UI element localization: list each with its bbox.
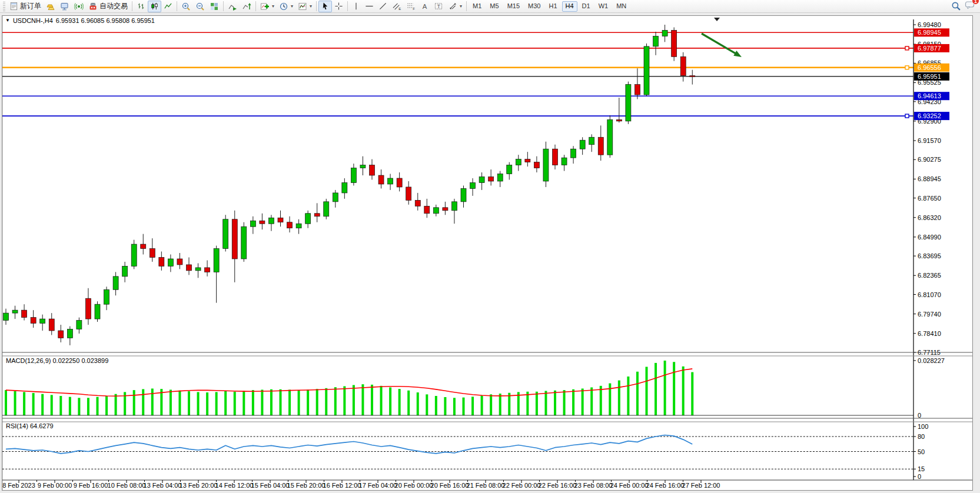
add-indicator-icon (260, 2, 270, 11)
periods-button[interactable]: ▾ (277, 1, 295, 12)
tile-windows-button[interactable] (207, 1, 221, 12)
notifications-button[interactable]: 1 (965, 0, 975, 12)
horizontal-line-icon (365, 2, 374, 11)
timeframe-W1[interactable]: W1 (595, 1, 612, 12)
candlestick-chart-icon (150, 2, 159, 11)
chart-canvas[interactable]: 6.994806.981506.968556.955256.942306.929… (2, 16, 972, 490)
line-chart-button[interactable] (161, 1, 175, 12)
new-order-icon (9, 2, 18, 11)
toolbar-separator (316, 1, 317, 11)
deposit-button[interactable] (44, 1, 58, 12)
svg-text:6.91570: 6.91570 (918, 137, 941, 144)
svg-text:21 Feb 08:00: 21 Feb 08:00 (467, 482, 505, 489)
vertical-line-icon (352, 2, 360, 11)
svg-text:6.96556: 6.96556 (918, 64, 941, 71)
chart-ohlc-values: 6.95931 6.96085 6.95808 6.95951 (56, 17, 155, 24)
label-tool-button[interactable]: T (431, 1, 446, 12)
toolbar-separator (177, 1, 177, 11)
trendline-icon (378, 2, 387, 11)
text-tool-button[interactable]: A (418, 1, 431, 12)
zoom-in-button[interactable] (179, 1, 193, 12)
dropdown-caret: ▾ (310, 4, 312, 9)
svg-text:6.90275: 6.90275 (918, 156, 941, 163)
candlestick-chart-button[interactable] (148, 1, 161, 12)
macd-signal-line (6, 369, 692, 396)
toolbar-separator (466, 1, 467, 11)
template-icon (298, 2, 307, 11)
timeframe-M15[interactable]: M15 (504, 1, 523, 12)
timeframe-group: M1M5M15M30H1H4D1W1MN (469, 1, 630, 12)
svg-text:14 Feb 12:00: 14 Feb 12:00 (215, 482, 254, 489)
add-indicator-button[interactable]: ▾ (258, 1, 277, 12)
arrows-tool-button[interactable]: ▾ (446, 1, 464, 12)
svg-text:A: A (423, 3, 427, 10)
svg-text:6.83695: 6.83695 (918, 252, 941, 259)
computer-icon (60, 2, 69, 11)
main-price-pane (2, 18, 913, 345)
svg-text:10 Feb 08:00: 10 Feb 08:00 (108, 482, 146, 489)
svg-text:6.95951: 6.95951 (918, 73, 941, 80)
chart-shift-marker (714, 18, 720, 21)
svg-text:50: 50 (918, 448, 925, 455)
gold-ingot-icon (46, 2, 55, 11)
time-axis[interactable]: 8 Feb 20239 Feb 00:009 Feb 16:0010 Feb 0… (2, 480, 720, 489)
rsi-indicator-label: RSI(14) 64.6279 (6, 422, 54, 429)
auto-trading-icon (88, 2, 98, 11)
dropdown-caret: ▾ (272, 4, 274, 9)
search-icon[interactable] (951, 1, 961, 11)
svg-text:17 Feb 04:00: 17 Feb 04:00 (359, 482, 397, 489)
label-icon: T (434, 2, 443, 11)
timeframe-M5[interactable]: M5 (486, 1, 502, 12)
svg-text:6.88945: 6.88945 (918, 175, 941, 182)
chart-shift-button[interactable] (240, 1, 254, 12)
signal-icon (74, 2, 84, 11)
chart-titlebar: ▼ USDCNH-,H4 6.95931 6.96085 6.95808 6.9… (5, 16, 155, 24)
new-order-button[interactable]: 新订单 (7, 1, 44, 12)
notification-badge: 1 (972, 0, 979, 5)
timeframe-D1[interactable]: D1 (579, 1, 594, 12)
timeframe-M30[interactable]: M30 (524, 1, 544, 12)
terminal-button[interactable] (58, 1, 72, 12)
toolbar-separator (347, 1, 348, 11)
crosshair-tool-button[interactable] (332, 1, 346, 12)
timeframe-H4[interactable]: H4 (562, 1, 577, 12)
svg-text:6.81070: 6.81070 (918, 291, 941, 298)
price-axis[interactable]: 6.994806.981506.968556.955256.942306.929… (913, 19, 949, 480)
templates-button[interactable]: ▾ (295, 1, 314, 12)
timeframe-M1[interactable]: M1 (469, 1, 485, 12)
cursor-tool-button[interactable] (318, 1, 332, 12)
timeframe-MN[interactable]: MN (613, 1, 630, 12)
svg-text:15: 15 (918, 465, 925, 472)
chart-symbol-timeframe: USDCNH-,H4 (13, 17, 53, 24)
svg-text:22 Feb 16:00: 22 Feb 16:00 (539, 482, 577, 489)
svg-text:8 Feb 2023: 8 Feb 2023 (2, 482, 35, 489)
timeframe-H1[interactable]: H1 (545, 1, 560, 12)
svg-text:6.84990: 6.84990 (918, 234, 941, 241)
auto-scroll-button[interactable] (225, 1, 240, 12)
zoom-out-button[interactable] (193, 1, 207, 12)
macd-pane: 0.0282270 (2, 357, 945, 419)
equidistant-channel-tool-button[interactable]: E (390, 1, 404, 12)
auto-trading-label: 自动交易 (99, 1, 128, 11)
trend-arrow-annotation (702, 34, 738, 55)
clock-icon (279, 2, 288, 11)
cursor-icon (321, 2, 330, 11)
rsi-pane: 1008050150 (2, 423, 972, 480)
chart-menu-arrow[interactable]: ▼ (5, 18, 10, 23)
vertical-line-tool-button[interactable] (350, 1, 363, 12)
horizontal-line-tool-button[interactable] (363, 1, 376, 12)
dropdown-caret: ▾ (460, 4, 462, 9)
bar-chart-button[interactable] (134, 1, 148, 12)
toolbar-right-group: 1 (951, 0, 979, 12)
auto-scroll-icon (228, 2, 237, 11)
svg-text:6.78410: 6.78410 (918, 330, 941, 337)
auto-trading-button[interactable]: 自动交易 (86, 1, 130, 12)
text-icon: A (420, 2, 429, 11)
trendline-tool-button[interactable] (376, 1, 390, 12)
fibonacci-tool-button[interactable]: F (404, 1, 418, 12)
signals-button[interactable] (72, 1, 86, 12)
candles-layer (4, 25, 695, 345)
svg-text:22 Feb 00:00: 22 Feb 00:00 (503, 482, 541, 489)
svg-text:T: T (437, 4, 440, 9)
chart-window: 6.994806.981506.968556.955256.942306.929… (2, 15, 973, 491)
